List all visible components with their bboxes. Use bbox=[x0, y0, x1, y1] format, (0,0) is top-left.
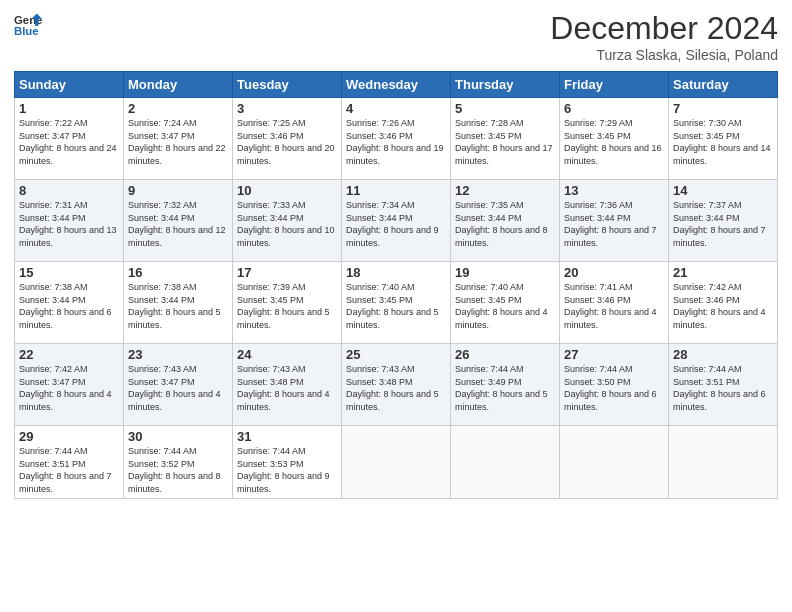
header: General Blue December 2024 Turza Slaska,… bbox=[14, 10, 778, 63]
day-info: Sunrise: 7:42 AMSunset: 3:46 PMDaylight:… bbox=[673, 281, 773, 331]
calendar-week-3: 15Sunrise: 7:38 AMSunset: 3:44 PMDayligh… bbox=[15, 262, 778, 344]
calendar-cell bbox=[560, 426, 669, 499]
day-number: 13 bbox=[564, 183, 664, 198]
calendar-cell: 30Sunrise: 7:44 AMSunset: 3:52 PMDayligh… bbox=[124, 426, 233, 499]
day-number: 23 bbox=[128, 347, 228, 362]
day-number: 10 bbox=[237, 183, 337, 198]
day-number: 21 bbox=[673, 265, 773, 280]
logo: General Blue bbox=[14, 10, 42, 38]
day-number: 2 bbox=[128, 101, 228, 116]
location: Turza Slaska, Silesia, Poland bbox=[550, 47, 778, 63]
calendar-cell bbox=[451, 426, 560, 499]
day-info: Sunrise: 7:40 AMSunset: 3:45 PMDaylight:… bbox=[455, 281, 555, 331]
calendar-cell: 22Sunrise: 7:42 AMSunset: 3:47 PMDayligh… bbox=[15, 344, 124, 426]
calendar-cell: 19Sunrise: 7:40 AMSunset: 3:45 PMDayligh… bbox=[451, 262, 560, 344]
day-info: Sunrise: 7:32 AMSunset: 3:44 PMDaylight:… bbox=[128, 199, 228, 249]
day-info: Sunrise: 7:24 AMSunset: 3:47 PMDaylight:… bbox=[128, 117, 228, 167]
day-number: 22 bbox=[19, 347, 119, 362]
day-number: 20 bbox=[564, 265, 664, 280]
calendar-cell: 1Sunrise: 7:22 AMSunset: 3:47 PMDaylight… bbox=[15, 98, 124, 180]
day-number: 15 bbox=[19, 265, 119, 280]
day-info: Sunrise: 7:36 AMSunset: 3:44 PMDaylight:… bbox=[564, 199, 664, 249]
day-info: Sunrise: 7:22 AMSunset: 3:47 PMDaylight:… bbox=[19, 117, 119, 167]
day-number: 12 bbox=[455, 183, 555, 198]
logo-icon: General Blue bbox=[14, 10, 42, 38]
day-number: 30 bbox=[128, 429, 228, 444]
calendar-week-1: 1Sunrise: 7:22 AMSunset: 3:47 PMDaylight… bbox=[15, 98, 778, 180]
weekday-header-monday: Monday bbox=[124, 72, 233, 98]
calendar-cell: 16Sunrise: 7:38 AMSunset: 3:44 PMDayligh… bbox=[124, 262, 233, 344]
day-info: Sunrise: 7:35 AMSunset: 3:44 PMDaylight:… bbox=[455, 199, 555, 249]
day-info: Sunrise: 7:39 AMSunset: 3:45 PMDaylight:… bbox=[237, 281, 337, 331]
calendar-cell: 21Sunrise: 7:42 AMSunset: 3:46 PMDayligh… bbox=[669, 262, 778, 344]
calendar-cell: 14Sunrise: 7:37 AMSunset: 3:44 PMDayligh… bbox=[669, 180, 778, 262]
day-number: 25 bbox=[346, 347, 446, 362]
title-block: December 2024 Turza Slaska, Silesia, Pol… bbox=[550, 10, 778, 63]
day-info: Sunrise: 7:43 AMSunset: 3:47 PMDaylight:… bbox=[128, 363, 228, 413]
calendar-week-4: 22Sunrise: 7:42 AMSunset: 3:47 PMDayligh… bbox=[15, 344, 778, 426]
weekday-header-sunday: Sunday bbox=[15, 72, 124, 98]
calendar-cell bbox=[669, 426, 778, 499]
calendar-week-2: 8Sunrise: 7:31 AMSunset: 3:44 PMDaylight… bbox=[15, 180, 778, 262]
calendar-cell: 8Sunrise: 7:31 AMSunset: 3:44 PMDaylight… bbox=[15, 180, 124, 262]
day-number: 18 bbox=[346, 265, 446, 280]
day-number: 7 bbox=[673, 101, 773, 116]
day-number: 14 bbox=[673, 183, 773, 198]
day-number: 17 bbox=[237, 265, 337, 280]
calendar-cell: 27Sunrise: 7:44 AMSunset: 3:50 PMDayligh… bbox=[560, 344, 669, 426]
day-number: 9 bbox=[128, 183, 228, 198]
day-info: Sunrise: 7:31 AMSunset: 3:44 PMDaylight:… bbox=[19, 199, 119, 249]
day-number: 24 bbox=[237, 347, 337, 362]
day-info: Sunrise: 7:43 AMSunset: 3:48 PMDaylight:… bbox=[346, 363, 446, 413]
weekday-header-tuesday: Tuesday bbox=[233, 72, 342, 98]
day-info: Sunrise: 7:42 AMSunset: 3:47 PMDaylight:… bbox=[19, 363, 119, 413]
day-info: Sunrise: 7:38 AMSunset: 3:44 PMDaylight:… bbox=[128, 281, 228, 331]
calendar-cell: 23Sunrise: 7:43 AMSunset: 3:47 PMDayligh… bbox=[124, 344, 233, 426]
day-info: Sunrise: 7:30 AMSunset: 3:45 PMDaylight:… bbox=[673, 117, 773, 167]
calendar-cell: 2Sunrise: 7:24 AMSunset: 3:47 PMDaylight… bbox=[124, 98, 233, 180]
day-info: Sunrise: 7:28 AMSunset: 3:45 PMDaylight:… bbox=[455, 117, 555, 167]
svg-text:Blue: Blue bbox=[14, 25, 39, 37]
calendar-cell: 20Sunrise: 7:41 AMSunset: 3:46 PMDayligh… bbox=[560, 262, 669, 344]
weekday-header-wednesday: Wednesday bbox=[342, 72, 451, 98]
day-number: 31 bbox=[237, 429, 337, 444]
calendar-cell: 26Sunrise: 7:44 AMSunset: 3:49 PMDayligh… bbox=[451, 344, 560, 426]
day-number: 3 bbox=[237, 101, 337, 116]
calendar-cell: 3Sunrise: 7:25 AMSunset: 3:46 PMDaylight… bbox=[233, 98, 342, 180]
calendar-cell: 4Sunrise: 7:26 AMSunset: 3:46 PMDaylight… bbox=[342, 98, 451, 180]
calendar-cell: 5Sunrise: 7:28 AMSunset: 3:45 PMDaylight… bbox=[451, 98, 560, 180]
calendar-cell: 28Sunrise: 7:44 AMSunset: 3:51 PMDayligh… bbox=[669, 344, 778, 426]
calendar-cell: 15Sunrise: 7:38 AMSunset: 3:44 PMDayligh… bbox=[15, 262, 124, 344]
calendar-cell: 29Sunrise: 7:44 AMSunset: 3:51 PMDayligh… bbox=[15, 426, 124, 499]
calendar-cell: 31Sunrise: 7:44 AMSunset: 3:53 PMDayligh… bbox=[233, 426, 342, 499]
day-info: Sunrise: 7:44 AMSunset: 3:51 PMDaylight:… bbox=[19, 445, 119, 495]
day-info: Sunrise: 7:33 AMSunset: 3:44 PMDaylight:… bbox=[237, 199, 337, 249]
calendar-table: SundayMondayTuesdayWednesdayThursdayFrid… bbox=[14, 71, 778, 499]
day-number: 29 bbox=[19, 429, 119, 444]
day-info: Sunrise: 7:43 AMSunset: 3:48 PMDaylight:… bbox=[237, 363, 337, 413]
day-info: Sunrise: 7:44 AMSunset: 3:51 PMDaylight:… bbox=[673, 363, 773, 413]
day-info: Sunrise: 7:25 AMSunset: 3:46 PMDaylight:… bbox=[237, 117, 337, 167]
day-number: 19 bbox=[455, 265, 555, 280]
day-info: Sunrise: 7:44 AMSunset: 3:53 PMDaylight:… bbox=[237, 445, 337, 495]
day-info: Sunrise: 7:44 AMSunset: 3:52 PMDaylight:… bbox=[128, 445, 228, 495]
calendar-cell: 17Sunrise: 7:39 AMSunset: 3:45 PMDayligh… bbox=[233, 262, 342, 344]
day-number: 8 bbox=[19, 183, 119, 198]
day-info: Sunrise: 7:26 AMSunset: 3:46 PMDaylight:… bbox=[346, 117, 446, 167]
day-info: Sunrise: 7:41 AMSunset: 3:46 PMDaylight:… bbox=[564, 281, 664, 331]
day-number: 4 bbox=[346, 101, 446, 116]
day-number: 11 bbox=[346, 183, 446, 198]
calendar-cell: 11Sunrise: 7:34 AMSunset: 3:44 PMDayligh… bbox=[342, 180, 451, 262]
day-info: Sunrise: 7:34 AMSunset: 3:44 PMDaylight:… bbox=[346, 199, 446, 249]
calendar-cell: 6Sunrise: 7:29 AMSunset: 3:45 PMDaylight… bbox=[560, 98, 669, 180]
calendar-cell: 7Sunrise: 7:30 AMSunset: 3:45 PMDaylight… bbox=[669, 98, 778, 180]
weekday-header-thursday: Thursday bbox=[451, 72, 560, 98]
day-info: Sunrise: 7:44 AMSunset: 3:49 PMDaylight:… bbox=[455, 363, 555, 413]
day-info: Sunrise: 7:29 AMSunset: 3:45 PMDaylight:… bbox=[564, 117, 664, 167]
day-number: 6 bbox=[564, 101, 664, 116]
day-number: 27 bbox=[564, 347, 664, 362]
calendar-page: General Blue December 2024 Turza Slaska,… bbox=[0, 0, 792, 612]
day-info: Sunrise: 7:44 AMSunset: 3:50 PMDaylight:… bbox=[564, 363, 664, 413]
day-number: 28 bbox=[673, 347, 773, 362]
calendar-cell: 9Sunrise: 7:32 AMSunset: 3:44 PMDaylight… bbox=[124, 180, 233, 262]
